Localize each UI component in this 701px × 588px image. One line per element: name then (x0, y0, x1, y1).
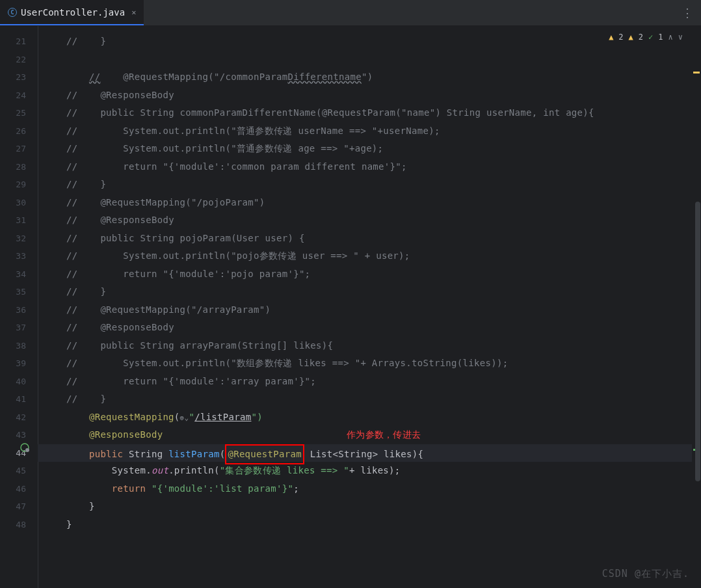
line-number[interactable]: 27 (0, 140, 38, 158)
line-number[interactable]: 38 (0, 337, 38, 355)
line-number[interactable]: 46 (0, 480, 38, 498)
editor: 2122232425262728293031323334353637383940… (0, 26, 701, 588)
code-area[interactable]: ▲2 ▲2 ✓1 ∧ ∨ // } // @RequestMapping("/c… (38, 26, 701, 588)
code-line: // public String arrayParam(String[] lik… (38, 337, 701, 355)
tab-bar: C UserController.java ✕ ⋮ (0, 0, 701, 26)
line-number[interactable]: 45 (0, 462, 38, 480)
code-line: // } (38, 283, 701, 301)
code-line: // System.out.println("数组参数传递 likes ==> … (38, 354, 701, 373)
code-line (38, 51, 701, 69)
more-menu-icon[interactable]: ⋮ (681, 6, 693, 20)
scrollbar-thumb[interactable] (695, 202, 700, 481)
line-number[interactable]: 29 (0, 176, 38, 194)
code-line: // @ResponseBody (38, 87, 701, 105)
line-number[interactable]: 21 (0, 33, 38, 51)
code-line: // @ResponseBody (38, 319, 701, 337)
line-number[interactable]: 26 (0, 122, 38, 140)
code-line: // return "{'module':'array param'}"; (38, 373, 701, 391)
line-number[interactable]: 47 (0, 498, 38, 516)
code-line: // @RequestMapping("/pojoParam") (38, 194, 701, 212)
line-number[interactable]: 48 (0, 516, 38, 534)
java-class-icon: C (8, 8, 17, 17)
code-line: // } (38, 390, 701, 408)
line-number[interactable]: 34 (0, 265, 38, 284)
code-line: // System.out.println("普通参数传递 age ==> "+… (38, 140, 701, 158)
code-line: // } (38, 176, 701, 194)
code-line: // } (38, 33, 701, 51)
line-number[interactable]: 22 (0, 51, 38, 69)
line-number[interactable]: 40 (0, 373, 38, 391)
code-line: System.out.println("集合参数传递 likes ==> "+ … (38, 462, 701, 480)
close-icon[interactable]: ✕ (131, 8, 136, 17)
line-number[interactable]: 23 (0, 68, 38, 87)
code-line: // @ResponseBody (38, 211, 701, 230)
line-number[interactable]: 41 (0, 390, 38, 408)
svg-point-1 (25, 448, 29, 452)
code-line: } (38, 498, 701, 516)
line-number[interactable]: 24 (0, 87, 38, 105)
line-number[interactable]: 36 (0, 301, 38, 319)
code-line: return "{'module':'list param'}"; (38, 480, 701, 498)
gutter: 2122232425262728293031323334353637383940… (0, 26, 38, 588)
line-number[interactable]: 35 (0, 283, 38, 301)
endpoint-gutter-icon[interactable] (20, 442, 30, 455)
scrollbar-warning-mark[interactable] (693, 72, 700, 74)
code-line: // public String pojoParam(User user) { (38, 230, 701, 248)
scrollbar[interactable] (692, 26, 701, 588)
code-line: // @RequestMapping("/commonParamDifferen… (38, 68, 701, 87)
line-number[interactable]: 33 (0, 247, 38, 265)
line-number[interactable]: 43 (0, 426, 38, 444)
code-line: } (38, 516, 701, 534)
code-line: // @RequestMapping("/arrayParam") (38, 301, 701, 319)
line-number[interactable]: 44 (0, 444, 38, 462)
line-number[interactable]: 31 (0, 211, 38, 230)
file-tab[interactable]: C UserController.java ✕ (0, 0, 144, 25)
line-number[interactable]: 28 (0, 158, 38, 176)
watermark: CSDN @在下小吉. (602, 568, 689, 580)
annotation-callout: 作为参数，传进去 (347, 426, 421, 444)
line-number[interactable]: 37 (0, 319, 38, 337)
line-number[interactable]: 42 (0, 408, 38, 427)
code-line: // return "{'module':'pojo param'}"; (38, 265, 701, 284)
line-number[interactable]: 30 (0, 194, 38, 212)
code-line: // return "{'module':'common param diffe… (38, 158, 701, 176)
code-line: // System.out.println("普通参数传递 userName =… (38, 122, 701, 140)
globe-icon[interactable]: ⊕⌄ (180, 414, 189, 422)
line-number[interactable]: 39 (0, 354, 38, 373)
code-line: // System.out.println("pojo参数传递 user ==>… (38, 247, 701, 265)
code-line: // public String commonParamDifferentNam… (38, 104, 701, 122)
code-line: @RequestMapping(⊕⌄"/listParam") (38, 408, 701, 427)
code-line-current: public String listParam(@RequestParam Li… (38, 444, 701, 462)
tab-filename: UserController.java (21, 7, 125, 18)
line-number[interactable]: 32 (0, 230, 38, 248)
code-line: @ResponseBody 作为参数，传进去 (38, 426, 701, 444)
line-number[interactable]: 25 (0, 104, 38, 122)
